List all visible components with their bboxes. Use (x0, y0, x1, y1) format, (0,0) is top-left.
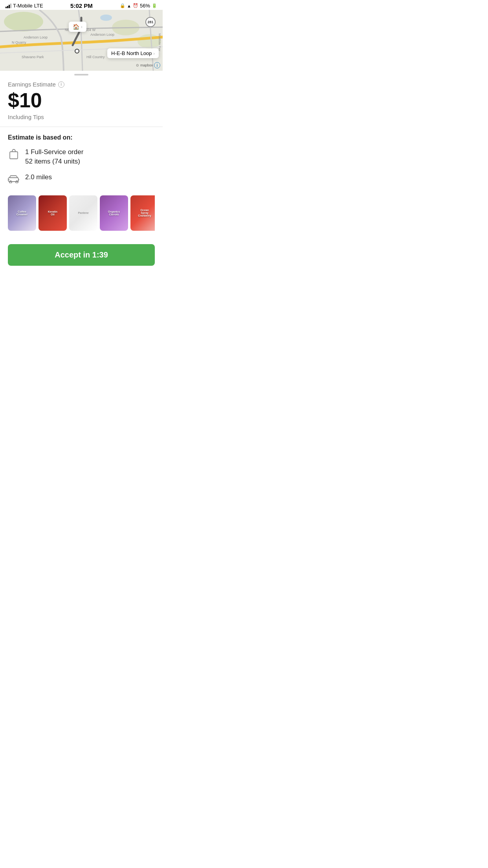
product-label-5: OceanSprayCranberry (137, 208, 152, 218)
home-callout[interactable]: 🏠 › (69, 22, 86, 32)
svg-point-4 (100, 15, 112, 21)
estimate-section: Estimate is based on: 1 Full-Service ord… (8, 127, 155, 240)
route-281-badge: 281 (145, 17, 156, 27)
earnings-amount: $10 (8, 90, 155, 110)
battery-icon: 🔋 (152, 3, 157, 8)
earnings-label-text: Earnings Estimate (8, 81, 56, 88)
distance-text: 2.0 miles (25, 173, 52, 182)
product-label-3: Pantene (77, 211, 89, 215)
map-label-quarry: N Quarry (12, 40, 26, 44)
product-label-4: OrganicsCarrots (107, 210, 121, 217)
map-section[interactable]: N Quarry Anderson Loop Anderson Loop Nor… (0, 10, 163, 71)
mapbox-info-icon[interactable]: i (154, 62, 160, 68)
drag-handle[interactable] (0, 71, 163, 78)
order-row: 1 Full-Service order 52 items (74 units) (8, 147, 155, 166)
distance-row: 2.0 miles (8, 173, 155, 185)
svg-rect-5 (10, 152, 18, 159)
earnings-subtitle: Including Tips (8, 114, 155, 120)
status-time: 5:02 PM (70, 2, 93, 9)
battery-label: 56% (140, 3, 150, 9)
store-callout-label: H-E-B North Loop (111, 50, 152, 56)
accept-button-container: Accept in 1:39 (8, 240, 155, 274)
products-strip[interactable]: CoffeeCreamer KeratinOil Pantene Organic… (8, 191, 155, 236)
order-text: 1 Full-Service order 52 items (74 units) (25, 147, 83, 166)
estimate-title: Estimate is based on: (8, 134, 155, 141)
alarm-icon: ⏰ (133, 3, 138, 8)
status-left: T-Mobile LTE (6, 3, 43, 9)
drag-handle-bar (74, 74, 88, 75)
earnings-info-icon[interactable]: i (58, 81, 64, 88)
lock-icon: 🔒 (120, 3, 125, 8)
product-item-3: Pantene (69, 195, 97, 231)
mapbox-logo-icon: ⊙ (136, 63, 139, 67)
signal-bars-icon (6, 4, 11, 8)
map-label-anderson-loop-left: Anderson Loop (24, 35, 48, 39)
mapbox-attribution: ⊙ mapbox i (136, 62, 160, 68)
network-type-label: LTE (34, 3, 43, 9)
map-label-anderson-loop-right: Anderson Loop (90, 33, 114, 37)
product-label-1: CoffeeCreamer (16, 210, 28, 217)
home-icon: 🏠 (73, 24, 79, 30)
map-label-hill-country: Hill Country (86, 55, 105, 59)
earnings-label-row: Earnings Estimate i (8, 81, 155, 88)
status-right: 🔒 ▲ ⏰ 56% 🔋 (120, 3, 157, 9)
svg-point-8 (16, 181, 18, 183)
svg-point-1 (4, 12, 43, 31)
map-label-shavano: Shavano Park (22, 55, 44, 59)
carrier-label: T-Mobile (13, 3, 33, 9)
home-callout-arrow: › (81, 24, 83, 29)
product-item-4: OrganicsCarrots (100, 195, 128, 231)
earnings-section: Earnings Estimate i $10 Including Tips (8, 81, 155, 127)
svg-point-7 (9, 181, 12, 183)
product-item-2: KeratinOil (39, 195, 67, 231)
shopping-bag-icon (8, 148, 20, 160)
product-item-1: CoffeeCreamer (8, 195, 36, 231)
mapbox-text: mapbox (140, 63, 153, 67)
car-icon (8, 173, 20, 185)
order-line1: 1 Full-Service order (25, 147, 83, 157)
product-label-2: KeratinOil (47, 210, 58, 217)
accept-button[interactable]: Accept in 1:39 (8, 244, 155, 266)
store-callout-arrow: › (153, 51, 155, 56)
location-icon: ▲ (127, 4, 131, 8)
map-label-mcallister: McAllister Fwy (158, 33, 161, 51)
order-line2: 52 items (74 units) (25, 157, 83, 166)
product-item-5: OceanSprayCranberry (130, 195, 155, 231)
content-area: Earnings Estimate i $10 Including Tips E… (0, 78, 163, 274)
store-callout[interactable]: H-E-B North Loop › (107, 48, 159, 58)
status-bar: T-Mobile LTE 5:02 PM 🔒 ▲ ⏰ 56% 🔋 (0, 0, 163, 10)
